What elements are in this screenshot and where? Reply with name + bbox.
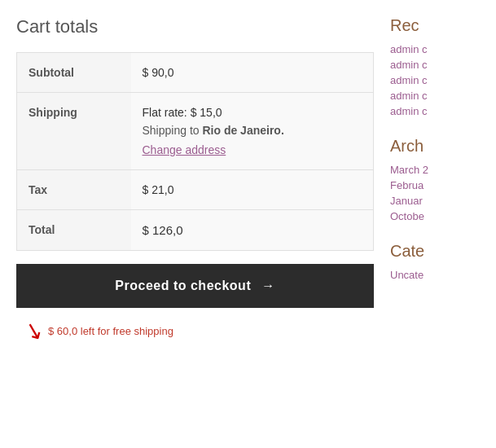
shipping-row: Shipping Flat rate: $ 15,0 Shipping to R… bbox=[17, 93, 374, 170]
page-title: Cart totals bbox=[16, 16, 374, 37]
sidebar-recent-link-2[interactable]: admin c bbox=[390, 74, 488, 86]
total-row: Total $ 126,0 bbox=[17, 210, 374, 251]
sidebar-category-link-0[interactable]: Uncate bbox=[390, 269, 488, 281]
red-arrow-icon: ↘ bbox=[22, 318, 46, 345]
sidebar-recent-link-4[interactable]: admin c bbox=[390, 105, 488, 117]
checkout-button[interactable]: Proceed to checkout → bbox=[16, 264, 374, 308]
sidebar-archive-link-0[interactable]: March 2 bbox=[390, 164, 488, 176]
checkout-button-label: Proceed to checkout bbox=[115, 279, 251, 292]
sidebar: Rec admin c admin c admin c admin c admi… bbox=[390, 0, 496, 448]
tax-value: $ 21,0 bbox=[131, 170, 374, 210]
checkout-arrow: → bbox=[261, 279, 275, 292]
shipping-to: Shipping to Rio de Janeiro. bbox=[143, 124, 362, 137]
tax-label: Tax bbox=[17, 170, 131, 210]
free-shipping-notice: ↘ $ 60,0 left for free shipping bbox=[16, 319, 374, 342]
shipping-details: Flat rate: $ 15,0 Shipping to Rio de Jan… bbox=[131, 93, 374, 170]
sidebar-categories-heading: Cate bbox=[390, 242, 488, 261]
sidebar-archive-link-1[interactable]: Februa bbox=[390, 179, 488, 191]
shipping-label: Shipping bbox=[17, 93, 131, 170]
cart-totals-table: Subtotal $ 90,0 Shipping Flat rate: $ 15… bbox=[16, 52, 374, 251]
sidebar-archives-section: Arch March 2 Februa Januar Octobe bbox=[390, 137, 488, 222]
sidebar-recent-link-3[interactable]: admin c bbox=[390, 90, 488, 102]
total-value: $ 126,0 bbox=[131, 210, 374, 251]
main-content: Cart totals Subtotal $ 90,0 Shipping Fla… bbox=[0, 0, 390, 448]
change-address-link[interactable]: Change address bbox=[143, 143, 226, 156]
subtotal-row: Subtotal $ 90,0 bbox=[17, 53, 374, 93]
tax-row: Tax $ 21,0 bbox=[17, 170, 374, 210]
sidebar-recent-heading: Rec bbox=[390, 16, 488, 35]
sidebar-archive-link-2[interactable]: Januar bbox=[390, 195, 488, 207]
sidebar-archive-link-3[interactable]: Octobe bbox=[390, 210, 488, 222]
free-shipping-text: $ 60,0 left for free shipping bbox=[48, 325, 173, 337]
sidebar-categories-section: Cate Uncate bbox=[390, 242, 488, 281]
subtotal-label: Subtotal bbox=[17, 53, 131, 93]
sidebar-archives-heading: Arch bbox=[390, 137, 488, 156]
sidebar-recent-section: Rec admin c admin c admin c admin c admi… bbox=[390, 16, 488, 117]
sidebar-recent-link-1[interactable]: admin c bbox=[390, 59, 488, 71]
sidebar-recent-link-0[interactable]: admin c bbox=[390, 43, 488, 55]
subtotal-value: $ 90,0 bbox=[131, 53, 374, 93]
total-label: Total bbox=[17, 210, 131, 251]
shipping-flat-rate: Flat rate: $ 15,0 bbox=[143, 106, 362, 119]
shipping-city: Rio de Janeiro. bbox=[202, 124, 283, 137]
